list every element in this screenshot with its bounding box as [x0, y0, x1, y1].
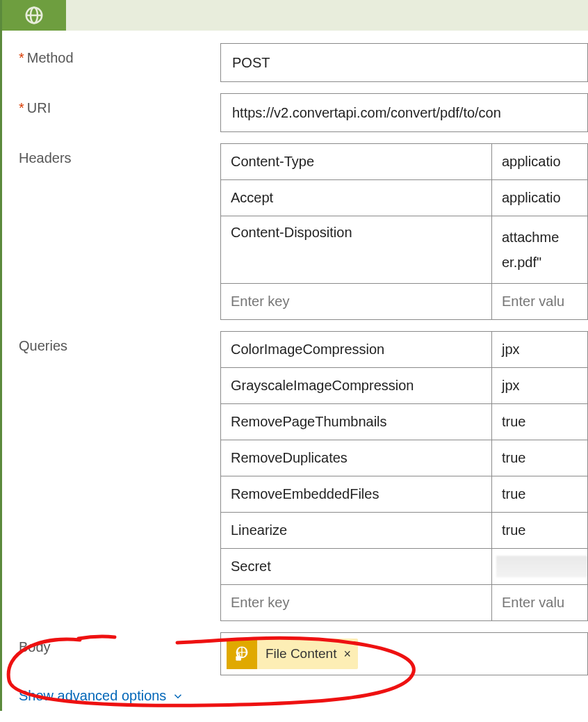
query-value[interactable]: true [492, 440, 588, 476]
table-row: GrayscaleImageCompressionjpx [221, 368, 588, 404]
query-key[interactable]: RemoveEmbeddedFiles [221, 476, 492, 513]
headers-row: Headers Content-Type applicatio Accept a… [19, 143, 588, 320]
table-row: Secret [221, 549, 588, 585]
query-value[interactable]: jpx [492, 332, 588, 368]
table-row: Accept applicatio [221, 180, 588, 216]
query-value[interactable]: true [492, 404, 588, 440]
file-content-token[interactable]: File Content × [227, 639, 358, 669]
header-key[interactable]: Accept [221, 180, 492, 216]
queries-table: ColorImageCompressionjpx GrayscaleImageC… [220, 331, 588, 621]
http-icon [2, 0, 66, 31]
table-row-new: Enter key Enter valu [221, 284, 588, 320]
http-action-panel: *Method *URI Headers Content-Type applic… [0, 31, 588, 711]
table-row: Linearizetrue [221, 513, 588, 549]
svg-rect-4 [236, 656, 241, 661]
method-row: *Method [19, 43, 588, 82]
globe-lock-icon [227, 639, 257, 669]
header-value[interactable]: applicatio [492, 180, 588, 216]
query-key[interactable]: ColorImageCompression [221, 332, 492, 368]
query-value[interactable]: true [492, 513, 588, 549]
header-key-new[interactable]: Enter key [221, 284, 492, 320]
header-key[interactable]: Content-Disposition [221, 216, 492, 284]
header-value-new[interactable]: Enter valu [492, 284, 588, 320]
chevron-down-icon [172, 690, 184, 703]
query-key[interactable]: Linearize [221, 513, 492, 549]
query-key[interactable]: RemovePageThumbnails [221, 404, 492, 440]
queries-row: Queries ColorImageCompressionjpx Graysca… [19, 331, 588, 621]
uri-input[interactable] [220, 93, 588, 132]
uri-label: *URI [19, 93, 220, 116]
table-row-new: Enter key Enter valu [221, 585, 588, 621]
query-key[interactable]: GrayscaleImageCompression [221, 368, 492, 404]
header-key[interactable]: Content-Type [221, 144, 492, 180]
headers-label: Headers [19, 143, 220, 166]
query-value-secret[interactable] [492, 549, 588, 585]
token-label: File Content [266, 646, 336, 661]
query-value[interactable]: jpx [492, 368, 588, 404]
table-row: ColorImageCompressionjpx [221, 332, 588, 368]
method-label: *Method [19, 43, 220, 66]
queries-label: Queries [19, 331, 220, 354]
query-key-new[interactable]: Enter key [221, 585, 492, 621]
query-value[interactable]: true [492, 476, 588, 513]
table-row: Content-Type applicatio [221, 144, 588, 180]
method-input[interactable] [220, 43, 588, 82]
show-advanced-options-link[interactable]: Show advanced options [19, 688, 184, 704]
action-header [0, 0, 588, 31]
query-key[interactable]: Secret [221, 549, 492, 585]
uri-row: *URI [19, 93, 588, 132]
body-input[interactable]: File Content × [220, 632, 588, 675]
headers-table: Content-Type applicatio Accept applicati… [220, 143, 588, 320]
header-value[interactable]: applicatio [492, 144, 588, 180]
table-row: RemoveDuplicatestrue [221, 440, 588, 476]
query-value-new[interactable]: Enter valu [492, 585, 588, 621]
body-row: Body File Content × [19, 632, 588, 675]
table-row: RemovePageThumbnailstrue [221, 404, 588, 440]
body-label: Body [19, 632, 220, 655]
query-key[interactable]: RemoveDuplicates [221, 440, 492, 476]
table-row: Content-Disposition attachmeer.pdf" [221, 216, 588, 284]
table-row: RemoveEmbeddedFilestrue [221, 476, 588, 513]
header-value[interactable]: attachmeer.pdf" [492, 216, 588, 284]
close-icon[interactable]: × [343, 647, 351, 661]
